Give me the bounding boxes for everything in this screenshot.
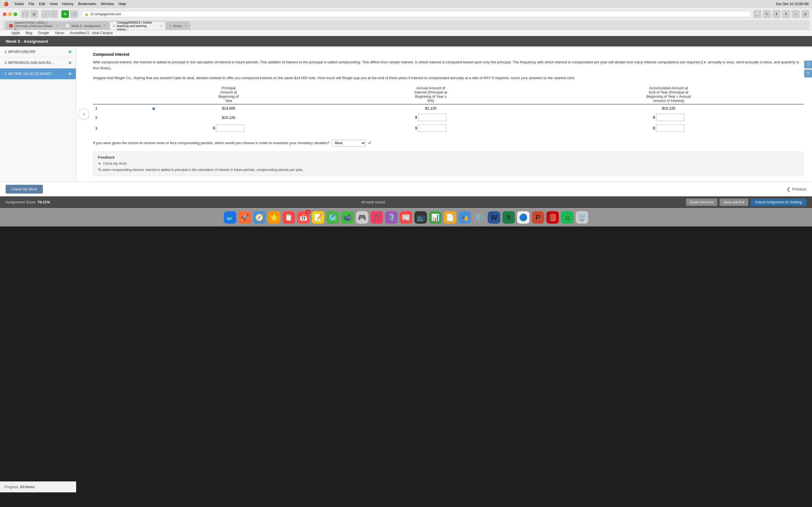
sidebar-item-npv[interactable]: 1. MP.NPV.AND.IRR [0,47,76,57]
email-instructor-button[interactable]: Email Instructor [686,199,717,206]
compounding-periods-select[interactable]: More Less Same [332,140,366,147]
mac-dock: 🐟 🚀 🧭 ⭐ 📋 📅 10 📝 🗺️ 📹 🎮 🎵 🎙️ 📰 📺 📊 📄 🎭 ⚙… [0,208,812,226]
dock-keynote[interactable]: 🎭 [458,211,471,224]
dock-music[interactable]: 🎵 [370,211,383,224]
view-menu[interactable]: View [50,2,57,6]
col-accumulated-header: Accumulated Amount at End of Year (Princ… [534,85,804,104]
bookmark-apple[interactable]: Apple [11,31,20,35]
file-menu[interactable]: File [29,2,35,6]
dock-appletv[interactable]: 📺 [414,211,427,224]
sidebar-item-payback[interactable]: 2. MP.PAYBACK.AND.AVG.RA... [0,57,76,68]
window-menu[interactable]: Window [101,2,114,6]
dock-spotify[interactable]: ♫ [561,211,573,224]
sidebar-item-timevalue[interactable]: 3. MP.TIME.VALUE.OF.MONEY [0,68,76,79]
dropdown-question-text: If you were given the choice to receive … [93,140,329,146]
grammarly-icon[interactable]: G [61,10,69,18]
tab-close-1[interactable]: ✕ [56,24,58,27]
tab-overview-button[interactable]: ⊞ [30,10,38,18]
back-arrow-button[interactable]: ‹ [79,109,89,119]
tab-cengagenow[interactable]: C CengageNOWv2 | Online teaching and lea… [109,21,166,30]
download-button[interactable]: ⬇ [772,10,780,18]
compound-table: Principal Amount at Beginning of Year An… [93,85,804,133]
dock-excel[interactable]: X [502,211,515,224]
previous-chevron-icon: ❮ [786,186,790,192]
sidebar-item-label-1: 1. MP.NPV.AND.IRR [4,50,35,54]
dock-numbers[interactable]: 📊 [429,211,442,224]
reload-button[interactable]: ↻ [763,10,771,18]
safari-menu[interactable]: Safari [14,2,24,6]
new-tab-button[interactable]: + [792,10,800,18]
sidebar-button[interactable]: ⊞ [801,10,809,18]
row3-accumulated-input[interactable] [656,124,684,132]
tab-close-3[interactable]: ✕ [160,24,162,27]
close-button[interactable] [3,12,6,16]
dock-calendar[interactable]: 📅 10 [297,211,310,224]
help-menu[interactable]: Help [118,2,126,6]
row1-principal: $14,000 [130,104,328,112]
reader-view-button[interactable]: 📖 [753,10,761,18]
row2-annual-input[interactable] [418,114,446,121]
privacy-icon[interactable]: 🛡️ [70,10,78,18]
row2-dollar-2: $ [653,115,655,119]
dock-preferences[interactable]: ⚙️ [473,211,486,224]
row3-accumulated-input-cell: $ [534,123,804,133]
previous-button[interactable]: ❮ Previous [786,186,806,192]
forward-button[interactable]: › [50,10,58,18]
sidebar-item-label-3: 3. MP.TIME.VALUE.OF.MONEY [4,72,52,76]
dock-safari[interactable]: 🧭 [253,211,266,224]
dock-news[interactable]: 📰 [400,211,412,224]
tab-home[interactable]: C Home ✕ [166,21,190,30]
question-button[interactable]: ? [804,69,812,77]
tab-bar: 🅰 Student Portal | UAGC | University of … [3,20,809,30]
dock-maps[interactable]: 🗺️ [326,211,339,224]
row3-principal-input-cell: $ [130,123,328,133]
bookmark-accredited[interactable]: Accredited O...lobal Campus [70,31,113,35]
dock-star[interactable]: ⭐ [268,211,280,224]
dock-chrome[interactable]: 🔵 [517,211,529,224]
history-menu[interactable]: History [62,2,73,6]
bookmark-yahoo[interactable]: Yahoo [54,31,64,35]
dock-roblox[interactable]: 🎮 [356,211,368,224]
dock-notes[interactable]: 📝 [312,211,324,224]
tab-close-4[interactable]: ✕ [185,24,187,27]
back-button[interactable]: ‹ [42,10,49,18]
save-and-exit-button[interactable]: Save and Exit [719,199,748,206]
tab-week5[interactable]: 📄 Week 5 - Assignment ✕ [62,21,109,30]
dock-launchpad[interactable]: 🚀 [239,211,251,224]
row3-annual-input[interactable] [418,124,446,132]
dock-pages[interactable]: 📄 [444,211,456,224]
dock-powerpoint[interactable]: P [532,211,544,224]
sidebar-toggle-button[interactable]: ⋮⋮ [21,10,29,18]
row3-dollar-3: $ [653,126,655,130]
help-button[interactable]: ? [804,61,812,68]
navigation-buttons: ‹ › [42,10,58,18]
check-my-work-button[interactable]: Check My Work [6,185,43,193]
dock-acrobat[interactable]: 📕 [546,211,559,224]
row3-principal-input[interactable] [216,124,244,132]
bookmarks-menu[interactable]: Bookmarks [78,2,96,6]
apple-menu[interactable]: 🍎 [3,1,9,6]
maximize-button[interactable] [13,12,17,16]
dock-reminders[interactable]: 📋 [283,211,295,224]
dock-finder[interactable]: 🐟 [224,211,236,224]
tab-close-2[interactable]: ✕ [103,24,106,27]
share-button[interactable]: ⬆ [782,10,790,18]
year-1: 1 [93,104,130,112]
tab-student-portal[interactable]: 🅰 Student Portal | UAGC | University of … [6,21,62,30]
edit-menu[interactable]: Edit [39,2,45,6]
bookmark-bing[interactable]: Bing [26,31,33,35]
address-bar[interactable]: 🔒 v2.cengagenow.com [82,11,751,17]
minimize-button[interactable] [8,12,12,16]
dock-podcasts[interactable]: 🎙️ [385,211,398,224]
section-title: Compound interest [93,52,804,57]
submit-assignment-button[interactable]: Submit Assignment for Grading [751,199,806,206]
row2-accumulated-input[interactable] [656,114,684,121]
dock-facetime[interactable]: 📹 [341,211,354,224]
dock-trash[interactable]: 🗑️ [576,211,588,224]
dock-word[interactable]: W [488,211,500,224]
feedback-section: Feedback ▼ Check My Work To solve compou… [93,152,804,176]
row3-dollar-2: $ [415,126,417,130]
bookmark-google[interactable]: Google [38,31,49,35]
row1-annual: $1,120 [328,104,534,112]
feedback-text: To solve compounding interest, interest … [98,167,799,172]
